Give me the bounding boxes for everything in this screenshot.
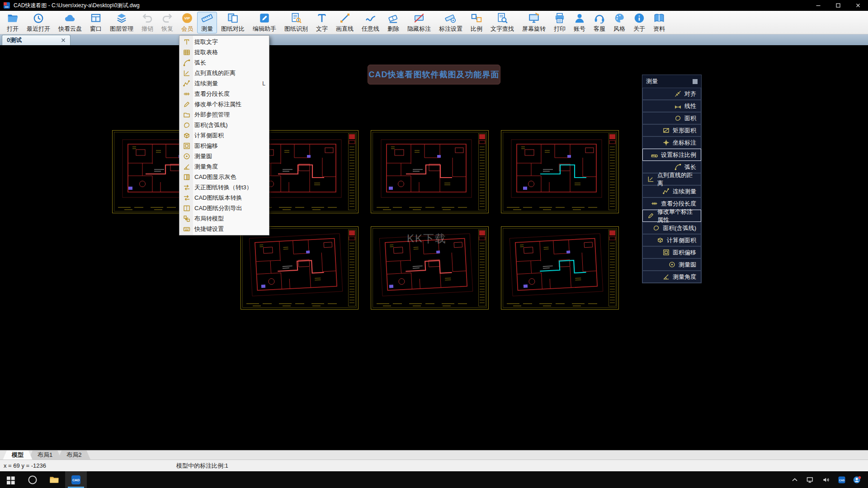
toolbar-button-about[interactable]: 关于 bbox=[629, 12, 649, 33]
toolbar-button-print[interactable]: 打印 bbox=[550, 12, 570, 33]
cursor-coordinates: x = 69 y = -1236 bbox=[4, 462, 46, 469]
toolbar-button-label: 窗口 bbox=[90, 25, 102, 33]
menu-item-layout-to-model[interactable]: 布局转模型 bbox=[179, 213, 269, 224]
layout-tab-layout1[interactable]: 布局1 bbox=[28, 450, 61, 460]
windows-taskbar: CADCAD bbox=[0, 471, 868, 488]
toolbar-button-docs[interactable]: 资料 bbox=[649, 12, 669, 33]
menu-item-extract-text[interactable]: 提取文字 bbox=[179, 37, 269, 47]
measure-panel-item-linear[interactable]: 线性 bbox=[642, 100, 701, 112]
menu-item-version-convert[interactable]: CAD图纸版本转换 bbox=[179, 192, 269, 203]
taskbar-file-explorer-button[interactable] bbox=[43, 471, 65, 488]
maximize-button[interactable] bbox=[828, 0, 848, 11]
measure-panel-item-modify-single-annotation[interactable]: 修改单个标注属性 bbox=[642, 210, 701, 222]
menu-item-measure-circle[interactable]: 测量圆 bbox=[179, 151, 269, 161]
menu-item-cad-gray-display[interactable]: CAD图显示灰色 bbox=[179, 172, 269, 182]
measure-panel-item-label: 线性 bbox=[684, 102, 696, 110]
person-icon bbox=[574, 12, 585, 24]
close-button[interactable] bbox=[848, 0, 868, 11]
tab-close-icon[interactable] bbox=[61, 38, 66, 42]
toolbar-button-draw-line[interactable]: 画直线 bbox=[332, 12, 358, 33]
menu-item-tianzheng-convert[interactable]: 天正图纸转换（转t3） bbox=[179, 182, 269, 192]
measure-panel-item-measure-circle[interactable]: 测量圆 bbox=[642, 258, 701, 271]
menu-item-label: 计算侧面积 bbox=[194, 131, 224, 140]
toolbar-button-label: 屏幕旋转 bbox=[522, 25, 546, 33]
measure-panel-item-point-line-distance[interactable]: 点到直线的距离 bbox=[642, 173, 701, 185]
tray-tray-cad-icon[interactable]: CAD bbox=[838, 476, 846, 484]
toolbar-button-text[interactable]: 文字 bbox=[312, 12, 332, 33]
cad-drawing-thumbnail bbox=[500, 225, 620, 311]
minimize-button[interactable] bbox=[808, 0, 828, 11]
circle-ring-icon bbox=[27, 474, 38, 485]
measure-panel-item-area[interactable]: 面积 bbox=[642, 112, 701, 124]
toolbar-button-style[interactable]: 风格 bbox=[609, 12, 629, 33]
chain-icon bbox=[663, 188, 670, 195]
undo-arrow-icon bbox=[142, 12, 153, 24]
toolbar-button-open[interactable]: 打开 bbox=[3, 12, 23, 33]
coord-icon bbox=[663, 139, 670, 146]
toolbar-button-scale[interactable]: 比例 bbox=[467, 12, 486, 33]
toolbar-button-annotation-settings[interactable]: 标注设置 bbox=[435, 12, 467, 33]
drawing-canvas[interactable]: CAD快速看图软件截图及功能界面 KK下载 bbox=[0, 45, 868, 450]
layout-tab-layout2[interactable]: 布局2 bbox=[57, 450, 90, 460]
eraser-icon bbox=[387, 12, 399, 24]
toolbar-button-undo[interactable]: 撤销 bbox=[137, 12, 157, 33]
menu-item-area-offset[interactable]: 面积偏移 bbox=[179, 141, 269, 151]
measure-panel-item-rect-area[interactable]: 矩形面积 bbox=[642, 124, 701, 136]
toolbar-button-window[interactable]: 窗口 bbox=[86, 12, 106, 33]
tray-tray-expand-icon[interactable] bbox=[790, 475, 799, 484]
toolbar-button-vip-member[interactable]: VIP会员 bbox=[177, 12, 197, 33]
toolbar-button-layer-manager[interactable]: 图层管理 bbox=[106, 12, 137, 33]
menu-item-point-line-distance[interactable]: 点到直线的距离 bbox=[179, 68, 269, 78]
measure-panel-item-area-offset[interactable]: 面积偏移 bbox=[642, 246, 701, 258]
toolbar-button-text-search[interactable]: 文字查找 bbox=[486, 12, 518, 33]
layers-icon bbox=[116, 12, 127, 24]
menu-item-split-export[interactable]: CAD图纸分割导出 bbox=[179, 203, 269, 213]
tray-account-icon[interactable] bbox=[853, 475, 862, 484]
measure-panel-item-side-area[interactable]: 计算侧面积 bbox=[642, 234, 701, 246]
toolbar-button-redo[interactable]: 恢复 bbox=[157, 12, 177, 33]
measure-panel-item-area-with-arc[interactable]: 面积(含弧线) bbox=[642, 222, 701, 234]
menu-item-side-area[interactable]: 计算侧面积 bbox=[179, 130, 269, 141]
taskbar-cortana-button[interactable] bbox=[22, 471, 43, 488]
toolbar-button-drawing-recognize[interactable]: 图纸识别 bbox=[280, 12, 312, 33]
measure-panel-header[interactable]: 测量 bbox=[642, 75, 701, 88]
toolbar-button-edit-assistant[interactable]: 编辑助手 bbox=[249, 12, 280, 33]
toolbar-button-drawing-compare[interactable]: 图纸对比 bbox=[217, 12, 249, 33]
toolbar-button-customer-service[interactable]: 客服 bbox=[590, 12, 609, 33]
measure-dropdown-menu: 提取文字提取表格弧长点到直线的距离连续测量L查看分段长度修改单个标注属性外部参照… bbox=[179, 35, 269, 235]
layout-tab-bar: 模型布局1布局2 bbox=[0, 450, 868, 460]
menu-item-area-with-arc[interactable]: 面积(含弧线) bbox=[179, 120, 269, 130]
measure-panel-item-coord-annotation[interactable]: 坐标标注 bbox=[642, 136, 701, 149]
arc-icon bbox=[675, 164, 681, 170]
toolbar-button-account[interactable]: 账号 bbox=[570, 12, 590, 33]
measure-panel-item-set-annotation-scale[interactable]: 设置标注比例 bbox=[642, 149, 701, 161]
toolbar-button-recent-open[interactable]: 最近打开 bbox=[23, 12, 54, 33]
panel-close-button[interactable] bbox=[693, 79, 698, 84]
layout-tab-model[interactable]: 模型 bbox=[3, 450, 33, 460]
menu-item-label: CAD图纸分割导出 bbox=[194, 204, 242, 212]
toolbar-button-screen-rotate[interactable]: 屏幕旋转 bbox=[518, 12, 550, 33]
menu-item-view-segment-length[interactable]: 查看分段长度 bbox=[179, 89, 269, 99]
menu-item-arc-length[interactable]: 弧长 bbox=[179, 57, 269, 68]
menu-item-hotkey-settings[interactable]: 快捷键设置 bbox=[179, 224, 269, 234]
toolbar-button-free-line[interactable]: 任意线 bbox=[358, 12, 383, 33]
menu-item-continuous-measure[interactable]: 连续测量L bbox=[179, 78, 269, 89]
menu-item-measure-angle[interactable]: 测量角度 bbox=[179, 161, 269, 172]
menu-item-extract-table[interactable]: 提取表格 bbox=[179, 47, 269, 57]
menu-item-external-reference[interactable]: 外部参照管理 bbox=[179, 109, 269, 120]
toolbar-button-label: 恢复 bbox=[161, 25, 173, 33]
toolbar-button-delete[interactable]: 删除 bbox=[383, 12, 403, 33]
toolbar-button-hide-annotation[interactable]: 隐藏标注 bbox=[403, 12, 435, 33]
toolbar-button-cloud-drive[interactable]: 快看云盘 bbox=[54, 12, 86, 33]
measure-panel-item-align[interactable]: 对齐 bbox=[642, 88, 701, 100]
toolbar-button-measure[interactable]: 测量 bbox=[197, 12, 217, 33]
tray-network-icon[interactable] bbox=[806, 475, 815, 484]
measure-panel-item-label: 修改单个标注属性 bbox=[657, 208, 696, 224]
menu-item-modify-single-annotation[interactable]: 修改单个标注属性 bbox=[179, 99, 269, 109]
tray-volume-icon[interactable] bbox=[822, 475, 831, 484]
headset-icon bbox=[594, 12, 605, 24]
measure-panel-item-measure-angle[interactable]: 测量角度 bbox=[642, 271, 701, 283]
document-tab-0ceshi[interactable]: 0测试 bbox=[2, 35, 71, 45]
taskbar-cad-app-button[interactable]: CAD bbox=[65, 471, 87, 488]
taskbar-start-button[interactable] bbox=[0, 471, 22, 488]
